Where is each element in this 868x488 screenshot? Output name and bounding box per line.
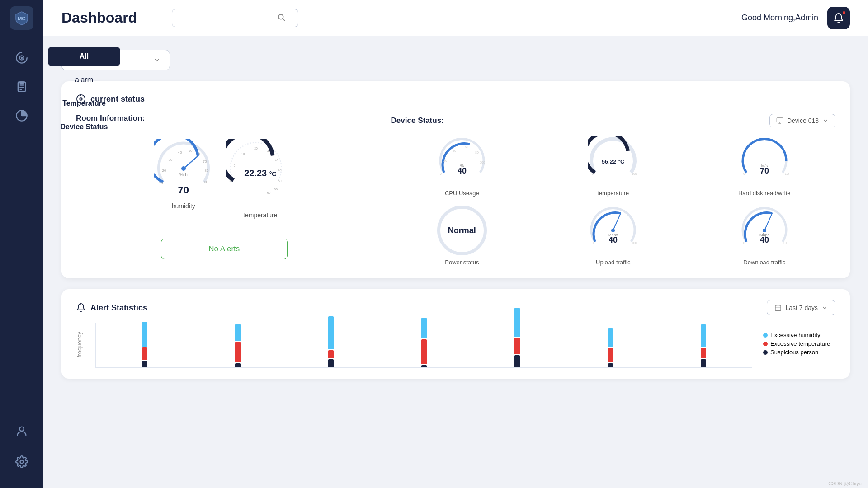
svg-text:60: 60 (197, 152, 201, 156)
date-range-selector[interactable]: Last 7 days (767, 300, 835, 315)
svg-text:40: 40 (458, 166, 467, 175)
svg-line-66 (764, 213, 772, 230)
sidebar-item-user[interactable] (9, 418, 34, 444)
svg-point-11 (20, 460, 24, 464)
device-status-panel: Device Status: Device 013 (382, 114, 835, 266)
svg-text:50: 50 (188, 149, 192, 153)
sidebar-item-settings[interactable] (9, 449, 34, 474)
power-normal-circle: Normal (437, 206, 487, 255)
svg-rect-42 (777, 118, 783, 122)
svg-text:5: 5 (233, 164, 235, 167)
no-alerts-box: No Alerts (161, 239, 288, 259)
legend-label-temperature: Excessive temperature (770, 340, 830, 347)
svg-text:40: 40 (275, 159, 278, 162)
nav-temperature-button[interactable]: Temperature (48, 94, 120, 113)
nav-all-button[interactable]: All (48, 47, 120, 66)
svg-rect-73 (775, 305, 781, 311)
nav-alarm-button[interactable]: alarm (48, 70, 120, 89)
svg-text:0: 0 (592, 172, 594, 175)
legend-dot-temperature (763, 342, 768, 346)
search-input[interactable] (179, 14, 274, 22)
header-right: Good Morning,Admin (741, 7, 850, 29)
svg-point-2 (21, 57, 22, 58)
legend-item-temperature: Excessive temperature (763, 340, 835, 347)
harddisk-label: Hard disk read/write (738, 190, 791, 197)
svg-text:20: 20 (254, 147, 258, 150)
svg-text:60: 60 (267, 191, 271, 194)
device-selected: Device 013 (787, 117, 819, 124)
device-status-header: Device Status: Device 013 (391, 114, 835, 127)
nav-device-status-button[interactable]: Device Status (48, 117, 120, 136)
temperature-label: temperature (243, 211, 277, 219)
cpu-label: CPU Useage (445, 190, 479, 197)
svg-point-61 (611, 229, 615, 232)
svg-text:60: 60 (465, 145, 468, 149)
notification-button[interactable] (827, 7, 850, 29)
humidity-value: 70 (154, 184, 213, 196)
svg-text:80: 80 (475, 151, 479, 154)
legend-item-humidity: Excessive humidity (763, 332, 835, 338)
svg-text:30: 30 (168, 158, 172, 162)
alert-stats-header: Alert Statistics Last 7 days (76, 300, 835, 315)
svg-point-67 (763, 229, 766, 232)
svg-text:100: 100 (480, 161, 485, 164)
search-icon (277, 13, 285, 23)
humidity-gauge-wrap: 10 20 30 40 50 60 70 80 90 (154, 139, 213, 198)
svg-text:45: 45 (278, 169, 282, 172)
svg-text:0: 0 (592, 241, 594, 244)
sidebar-item-camera[interactable] (9, 45, 34, 70)
sidebar: MG (0, 0, 43, 488)
search-box[interactable] (172, 9, 298, 27)
upload-traffic-gauge: Mbps 40 0 100 Upload traffic (542, 206, 684, 266)
legend-label-person: Suspicious person (770, 349, 818, 356)
device-temperature-gauge: 56.22 °C 0 100 temperature (542, 136, 684, 197)
page-title: Dashboard (61, 9, 161, 26)
svg-text:100: 100 (783, 241, 788, 244)
device-chevron-icon (822, 117, 829, 124)
device-selector[interactable]: Device 013 (769, 114, 835, 127)
download-label: Download traffic (743, 259, 785, 266)
svg-text:50: 50 (278, 179, 282, 183)
sidebar-item-analytics[interactable] (9, 103, 34, 128)
left-nav: All alarm Temperature Device Status (43, 36, 125, 488)
harddisk-gauge: M/s 70 0 100 Hard disk read/write (693, 136, 835, 197)
svg-text:30: 30 (267, 149, 271, 152)
svg-text:10: 10 (241, 152, 245, 155)
humidity-label: humidity (172, 202, 195, 210)
upload-label: Upload traffic (596, 259, 630, 266)
temperature-gauge-value: 22.23 °C (244, 168, 276, 178)
svg-text:0: 0 (743, 241, 745, 244)
sidebar-nav (0, 45, 43, 128)
watermark: CSDN @Chiyu_ (828, 481, 864, 486)
sidebar-bottom (9, 418, 34, 488)
status-row: Room Information: (76, 114, 835, 266)
svg-point-10 (19, 427, 24, 431)
svg-point-30 (181, 166, 186, 171)
download-traffic-gauge: Mbps 40 0 100 Download traffic (693, 206, 835, 266)
temperature-value: 22.23 °C (244, 168, 276, 178)
sidebar-logo: MG (0, 0, 43, 36)
svg-text:0: 0 (440, 172, 442, 175)
sidebar-item-clipboard[interactable] (9, 74, 34, 99)
svg-text:55: 55 (274, 188, 278, 191)
svg-line-13 (283, 19, 284, 20)
svg-text:100: 100 (785, 172, 789, 175)
svg-text:100: 100 (632, 241, 637, 244)
device-temp-label: temperature (597, 190, 629, 197)
svg-line-60 (613, 213, 621, 230)
legend-dot-person (763, 350, 768, 355)
svg-text:%rh: %rh (179, 172, 188, 177)
bar-chart (95, 323, 752, 368)
svg-text:20: 20 (162, 169, 166, 173)
date-chevron-icon (821, 305, 828, 311)
section-divider (377, 114, 377, 266)
date-range-label: Last 7 days (785, 304, 818, 311)
svg-text:90: 90 (203, 180, 207, 184)
svg-text:MG: MG (18, 16, 26, 21)
logo-icon: MG (10, 6, 33, 30)
power-label: Power status (445, 259, 479, 266)
legend-dot-humidity (763, 333, 768, 338)
chart-legend: Excessive humidity Excessive temperature… (763, 332, 835, 356)
svg-text:20: 20 (443, 159, 447, 162)
legend-label-humidity: Excessive humidity (770, 332, 821, 338)
